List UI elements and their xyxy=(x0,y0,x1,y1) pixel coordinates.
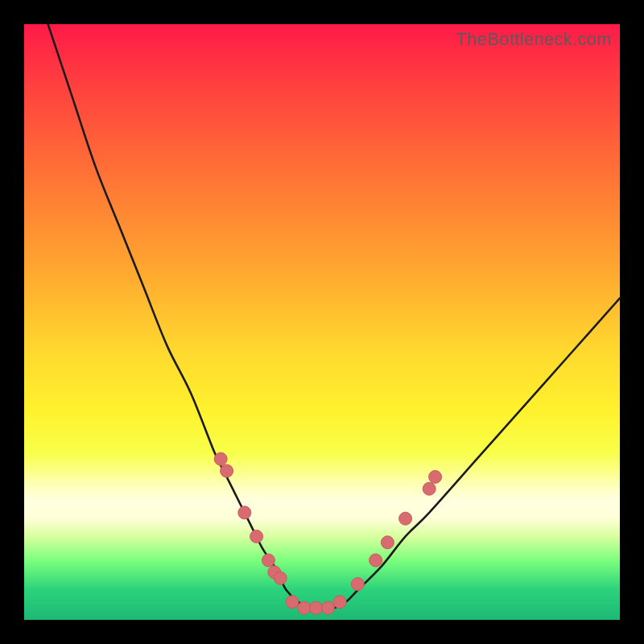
data-marker xyxy=(214,452,227,465)
curve-layer xyxy=(24,24,620,620)
data-marker xyxy=(298,601,311,614)
plot-area: TheBottleneck.com xyxy=(24,24,620,620)
data-marker xyxy=(310,601,323,614)
data-marker xyxy=(274,572,287,584)
data-marker xyxy=(369,554,382,567)
data-marker xyxy=(399,512,412,525)
chart-frame: TheBottleneck.com xyxy=(0,0,644,644)
bottleneck-curve xyxy=(48,24,620,609)
data-marker xyxy=(250,530,263,543)
data-marker xyxy=(381,536,394,549)
data-marker xyxy=(286,596,299,609)
data-marker xyxy=(333,596,346,609)
data-marker xyxy=(429,470,442,483)
data-marker xyxy=(262,554,275,567)
data-marker xyxy=(351,578,364,591)
data-marker xyxy=(238,506,251,519)
data-marker xyxy=(221,464,233,477)
data-marker xyxy=(423,482,436,495)
data-marker xyxy=(321,601,334,614)
